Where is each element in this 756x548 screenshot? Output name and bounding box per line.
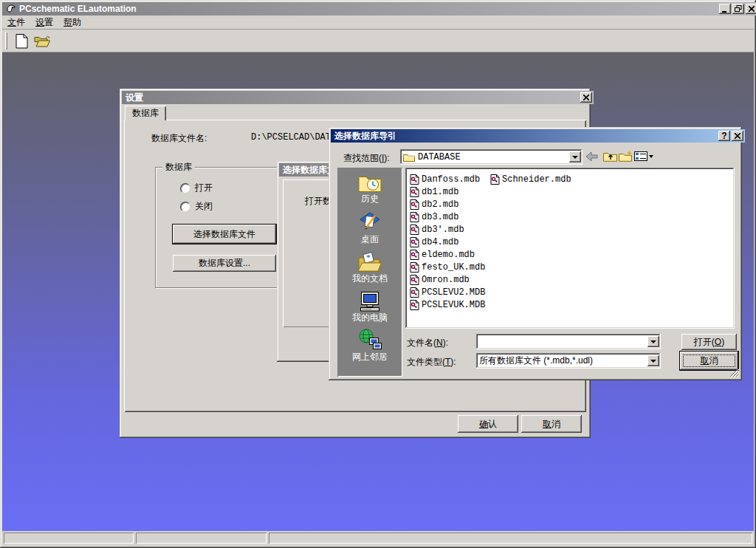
place-desktop[interactable]: 桌面 <box>337 213 402 252</box>
file-item[interactable]: db4.mdb <box>410 236 458 248</box>
screen: PCschematic ELautomation 文件 设置 帮助 <box>0 0 756 548</box>
filetype-dropdown-arrow[interactable] <box>647 355 659 366</box>
file-dialog-title: 选择数据库导引 <box>334 130 396 143</box>
file-list[interactable]: Danfoss.mdb db1.mdb db2.mdb db3.mdb db3'… <box>405 168 735 329</box>
menu-help[interactable]: 帮助 <box>58 15 86 30</box>
file-item[interactable]: db3'.mdb <box>410 223 464 236</box>
file-item[interactable]: db1.mdb <box>410 185 458 198</box>
file-item[interactable]: PCSLEVUK.MDB <box>410 298 485 311</box>
folder-icon <box>403 153 415 162</box>
help-icon[interactable]: ? <box>718 131 730 141</box>
statusbar <box>2 531 754 546</box>
look-in-label: 查找范围(I): <box>343 152 390 165</box>
file-item[interactable]: PCSLEVU2.MDB <box>410 286 485 298</box>
menu-settings[interactable]: 设置 <box>30 15 58 30</box>
history-icon <box>358 174 382 193</box>
filetype-value: 所有数据库文件 (*.mdb,*.udl) <box>479 355 593 367</box>
restore-button[interactable] <box>732 4 744 14</box>
new-document-button[interactable] <box>13 32 30 49</box>
place-label: 我的电脑 <box>352 313 388 323</box>
file-dialog-close-icon[interactable] <box>732 131 743 141</box>
status-panel-1 <box>4 532 134 544</box>
look-in-dropdown-arrow[interactable] <box>569 151 581 162</box>
toolbar-grip[interactable] <box>5 32 7 49</box>
new-folder-icon[interactable] <box>619 151 633 162</box>
filetype-label: 文件类型(T): <box>407 356 456 369</box>
up-folder-icon[interactable] <box>603 151 617 162</box>
close-button[interactable] <box>746 4 756 14</box>
db-settings-button[interactable]: 数据库设置... <box>173 255 276 272</box>
radio-open-row[interactable]: 打开 <box>180 182 213 194</box>
radio-open[interactable] <box>180 183 190 193</box>
place-label: 我的文档 <box>352 274 388 284</box>
place-label: 桌面 <box>361 235 379 244</box>
settings-dialog-title: 设置 <box>126 92 143 104</box>
file-item[interactable]: db3.mdb <box>410 210 458 223</box>
radio-closed-row[interactable]: 关闭 <box>180 200 213 213</box>
status-panel-3 <box>269 532 752 544</box>
radio-closed-label: 关闭 <box>195 200 213 213</box>
desktop-icon <box>359 213 381 233</box>
db-filename-value: D:\PCSELCAD\DAT. <box>251 132 336 143</box>
file-item[interactable]: db2.mdb <box>410 198 458 210</box>
choose-db-file-button[interactable]: 选择数据库文件 <box>173 225 276 244</box>
app-icon <box>6 4 16 14</box>
main-window-title: PCschematic ELautomation <box>19 4 137 14</box>
place-my-computer[interactable]: 我的电脑 <box>337 291 402 329</box>
database-group-label: 数据库 <box>162 162 195 172</box>
place-my-documents[interactable]: 我的文档 <box>337 252 402 291</box>
open-button[interactable]: 打开(O) <box>681 334 737 350</box>
file-item[interactable]: Schneider.mdb <box>490 173 571 185</box>
filename-combobox[interactable] <box>476 334 661 349</box>
filename-label: 文件名(N): <box>407 337 448 349</box>
settings-cancel-button[interactable]: 取消 <box>521 415 582 433</box>
file-dialog-titlebar[interactable]: 选择数据库导引 ? <box>331 129 745 143</box>
filetype-combobox[interactable]: 所有数据库文件 (*.mdb,*.udl) <box>476 353 661 369</box>
main-titlebar[interactable]: PCschematic ELautomation <box>2 2 756 16</box>
file-item[interactable]: Danfoss.mdb <box>410 173 480 185</box>
place-network[interactable]: 网上邻居 <box>337 329 402 368</box>
places-bar: 历史 桌面 我的文档 我的电脑 网上邻居 <box>337 168 402 377</box>
file-item[interactable]: festo_UK.mdb <box>410 261 485 273</box>
file-open-dialog: 选择数据库导引 ? 查找范围(I): DATABASE <box>329 127 742 380</box>
minimize-button[interactable] <box>719 4 731 14</box>
look-in-value: DATABASE <box>418 152 461 162</box>
network-icon <box>358 329 382 351</box>
views-dropdown-arrow[interactable] <box>649 155 653 160</box>
toolbar <box>2 30 754 52</box>
settings-titlebar[interactable]: 设置 <box>122 91 594 104</box>
file-item[interactable]: Omron.mdb <box>410 273 470 286</box>
menu-file[interactable]: 文件 <box>2 15 30 30</box>
back-icon[interactable] <box>585 151 598 162</box>
file-item[interactable]: eldemo.mdb <box>410 248 475 261</box>
resize-grip[interactable] <box>729 368 739 377</box>
status-panel-2 <box>136 532 267 544</box>
tab-database[interactable]: 数据库 <box>125 106 166 120</box>
ok-button[interactable]: 确认 <box>458 415 518 433</box>
radio-closed[interactable] <box>180 202 190 212</box>
place-history[interactable]: 历史 <box>337 174 402 213</box>
views-icon[interactable] <box>634 151 653 161</box>
my-documents-icon <box>357 252 382 273</box>
radio-open-label: 打开 <box>195 182 213 194</box>
look-in-combobox[interactable]: DATABASE <box>400 149 583 165</box>
settings-close-icon[interactable] <box>580 92 592 103</box>
menubar: 文件 设置 帮助 <box>2 16 754 30</box>
db-filename-label: 数据库文件名: <box>151 132 207 145</box>
my-computer-icon <box>358 291 382 312</box>
place-label: 网上邻居 <box>352 352 388 362</box>
filename-dropdown-arrow[interactable] <box>647 336 659 347</box>
place-label: 历史 <box>361 194 379 204</box>
open-file-button[interactable] <box>33 33 51 49</box>
